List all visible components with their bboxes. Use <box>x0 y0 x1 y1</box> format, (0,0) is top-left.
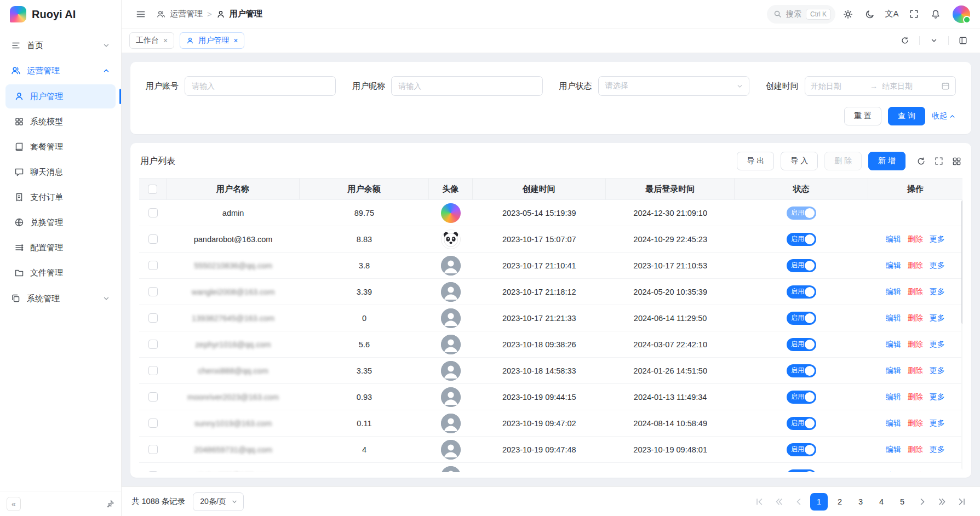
sidebar-item-system-model[interactable]: 系统模型 <box>5 110 116 134</box>
more-link[interactable]: 更多 <box>930 261 945 271</box>
status-toggle[interactable]: 启用 <box>787 207 816 220</box>
delete-link[interactable]: 删除 <box>908 418 923 428</box>
status-toggle[interactable]: 启用 <box>787 259 816 272</box>
edit-link[interactable]: 编辑 <box>886 287 901 297</box>
language-translate-icon[interactable]: 文A <box>882 5 901 24</box>
import-button[interactable]: 导 入 <box>781 152 818 170</box>
row-checkbox[interactable] <box>148 313 158 323</box>
page-button[interactable]: 1 <box>810 493 828 511</box>
sidebar-item-chat-messages[interactable]: 聊天消息 <box>5 160 116 184</box>
row-checkbox[interactable] <box>148 418 158 428</box>
edit-link[interactable]: 编辑 <box>886 418 901 428</box>
delete-link[interactable]: 删除 <box>908 366 923 376</box>
edit-link[interactable]: 编辑 <box>886 471 901 473</box>
end-date-input[interactable] <box>882 82 937 90</box>
status-toggle[interactable]: 启用 <box>787 469 816 473</box>
jump-back-icon[interactable] <box>771 494 787 510</box>
status-toggle[interactable]: 启用 <box>787 364 816 377</box>
more-link[interactable]: 更多 <box>930 418 945 428</box>
sidebar-item-config-mgmt[interactable]: 配置管理 <box>5 236 116 260</box>
page-button[interactable]: 2 <box>831 493 849 511</box>
edit-link[interactable]: 编辑 <box>886 313 901 323</box>
edit-link[interactable]: 编辑 <box>886 234 901 244</box>
page-button[interactable]: 3 <box>852 493 869 511</box>
layout-icon[interactable] <box>954 31 972 50</box>
scrollbar-thumb[interactable] <box>961 200 962 324</box>
sidebar-item-exchange-mgmt[interactable]: 兑换管理 <box>5 210 116 234</box>
settings-gear-icon[interactable] <box>839 5 857 24</box>
reset-button[interactable]: 重 置 <box>844 107 881 125</box>
sidebar-item-package-mgmt[interactable]: 套餐管理 <box>5 135 116 159</box>
jump-forward-icon[interactable] <box>934 494 950 510</box>
row-checkbox[interactable] <box>148 392 158 402</box>
start-date-input[interactable] <box>811 82 866 90</box>
sidebar-item-operations[interactable]: 运营管理 <box>5 58 116 83</box>
sidebar-item-system-mgmt[interactable]: 系统管理 <box>5 286 116 311</box>
row-checkbox[interactable] <box>148 208 158 217</box>
date-range-picker[interactable]: → <box>805 76 956 96</box>
row-checkbox[interactable] <box>148 445 158 454</box>
vertical-scrollbar[interactable] <box>961 200 962 470</box>
edit-link[interactable]: 编辑 <box>886 392 901 402</box>
more-link[interactable]: 更多 <box>930 234 945 244</box>
refresh-icon[interactable] <box>896 31 914 50</box>
sidebar-item-user-mgmt[interactable]: 用户管理 <box>5 84 116 108</box>
status-toggle[interactable]: 启用 <box>787 391 816 404</box>
edit-link[interactable]: 编辑 <box>886 261 901 271</box>
page-size-select[interactable]: 20条/页 <box>193 492 243 511</box>
row-checkbox[interactable] <box>148 261 158 270</box>
dark-mode-moon-icon[interactable] <box>861 5 879 24</box>
user-avatar[interactable] <box>953 5 970 23</box>
pin-icon[interactable] <box>106 500 114 508</box>
status-toggle[interactable]: 启用 <box>787 285 816 299</box>
more-link[interactable]: 更多 <box>930 392 945 402</box>
status-toggle[interactable]: 启用 <box>787 417 816 430</box>
collapse-filter-link[interactable]: 收起 <box>932 111 956 121</box>
status-toggle[interactable]: 启用 <box>787 233 816 246</box>
delete-link[interactable]: 删除 <box>908 392 923 402</box>
export-button[interactable]: 导 出 <box>737 152 774 170</box>
last-page-icon[interactable] <box>954 494 970 510</box>
first-page-icon[interactable] <box>751 494 767 510</box>
more-link[interactable]: 更多 <box>930 445 945 455</box>
global-search[interactable]: 搜索 Ctrl K <box>767 5 835 24</box>
tab-user-mgmt[interactable]: 用户管理 × <box>180 32 244 49</box>
delete-link[interactable]: 删除 <box>908 445 923 455</box>
sidebar-item-home[interactable]: 首页 <box>5 33 116 58</box>
sidebar-collapse-button[interactable]: « <box>7 497 21 511</box>
next-page-icon[interactable] <box>914 494 931 510</box>
more-link[interactable]: 更多 <box>930 471 945 473</box>
more-link[interactable]: 更多 <box>930 366 945 376</box>
delete-link[interactable]: 删除 <box>908 313 923 323</box>
delete-link[interactable]: 删除 <box>908 340 923 349</box>
close-icon[interactable]: × <box>233 37 238 44</box>
status-toggle[interactable]: 启用 <box>787 338 816 351</box>
account-input[interactable] <box>185 76 336 96</box>
fullscreen-icon[interactable] <box>935 157 943 165</box>
status-select[interactable]: 请选择 <box>598 76 749 96</box>
sidebar-item-file-mgmt[interactable]: 文件管理 <box>5 261 116 285</box>
more-link[interactable]: 更多 <box>930 340 945 349</box>
previous-page-icon[interactable] <box>790 494 807 510</box>
breadcrumb-parent[interactable]: 运营管理 <box>170 9 203 19</box>
select-all-checkbox[interactable] <box>148 185 157 194</box>
nickname-input[interactable] <box>391 76 542 96</box>
close-icon[interactable]: × <box>163 37 168 44</box>
delete-link[interactable]: 删除 <box>908 261 923 271</box>
notifications-bell-icon[interactable] <box>926 5 945 24</box>
edit-link[interactable]: 编辑 <box>886 445 901 455</box>
column-settings-icon[interactable] <box>952 157 961 166</box>
more-link[interactable]: 更多 <box>930 287 945 297</box>
search-button[interactable]: 查 询 <box>888 107 925 125</box>
hamburger-menu-icon[interactable] <box>131 5 150 24</box>
delete-link[interactable]: 删除 <box>908 287 923 297</box>
row-checkbox[interactable] <box>148 471 158 472</box>
status-toggle[interactable]: 启用 <box>787 312 816 325</box>
add-button[interactable]: 新 增 <box>868 152 906 170</box>
status-toggle[interactable]: 启用 <box>787 443 816 456</box>
delete-button[interactable]: 删 除 <box>824 152 862 170</box>
row-checkbox[interactable] <box>148 234 158 244</box>
page-button[interactable]: 4 <box>873 493 890 511</box>
row-checkbox[interactable] <box>148 287 158 296</box>
chevron-down-icon[interactable] <box>925 31 943 50</box>
